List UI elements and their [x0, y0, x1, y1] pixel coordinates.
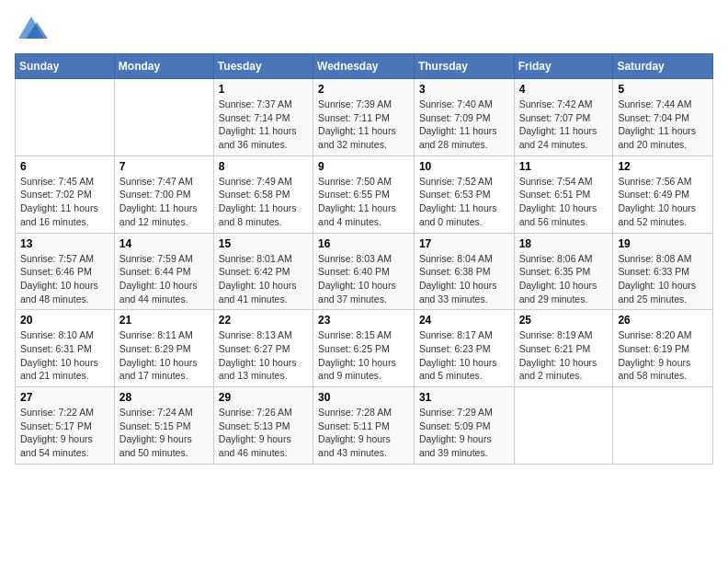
- day-of-week-header: Sunday: [16, 54, 115, 79]
- day-number: 30: [318, 391, 409, 404]
- calendar-header-row: SundayMondayTuesdayWednesdayThursdayFrid…: [16, 54, 713, 79]
- day-info: Sunrise: 7:39 AM Sunset: 7:11 PM Dayligh…: [318, 98, 409, 152]
- calendar-cell: 6Sunrise: 7:45 AM Sunset: 7:02 PM Daylig…: [16, 155, 115, 233]
- day-info: Sunrise: 8:20 AM Sunset: 6:19 PM Dayligh…: [618, 328, 708, 383]
- calendar-cell: 2Sunrise: 7:39 AM Sunset: 7:11 PM Daylig…: [313, 79, 415, 156]
- calendar-cell: [613, 387, 713, 465]
- calendar-cell: 10Sunrise: 7:52 AM Sunset: 6:53 PM Dayli…: [414, 155, 514, 233]
- calendar-cell: 8Sunrise: 7:49 AM Sunset: 6:58 PM Daylig…: [213, 155, 313, 233]
- day-number: 17: [419, 237, 509, 250]
- calendar-week-row: 27Sunrise: 7:22 AM Sunset: 5:17 PM Dayli…: [16, 387, 713, 465]
- day-info: Sunrise: 8:11 AM Sunset: 6:29 PM Dayligh…: [119, 328, 209, 383]
- day-info: Sunrise: 7:44 AM Sunset: 7:04 PM Dayligh…: [618, 98, 708, 152]
- day-info: Sunrise: 8:17 AM Sunset: 6:23 PM Dayligh…: [419, 328, 509, 383]
- day-info: Sunrise: 7:59 AM Sunset: 6:44 PM Dayligh…: [119, 252, 209, 306]
- logo-icon: [15, 13, 48, 46]
- calendar: SundayMondayTuesdayWednesdayThursdayFrid…: [15, 53, 713, 465]
- day-of-week-header: Tuesday: [213, 54, 313, 79]
- day-number: 11: [519, 160, 609, 173]
- day-info: Sunrise: 7:29 AM Sunset: 5:09 PM Dayligh…: [419, 406, 509, 460]
- calendar-cell: 21Sunrise: 8:11 AM Sunset: 6:29 PM Dayli…: [114, 310, 213, 387]
- page: SundayMondayTuesdayWednesdayThursdayFrid…: [0, 0, 728, 479]
- day-info: Sunrise: 8:01 AM Sunset: 6:42 PM Dayligh…: [219, 252, 308, 306]
- day-number: 3: [419, 83, 509, 96]
- day-info: Sunrise: 7:26 AM Sunset: 5:13 PM Dayligh…: [219, 406, 308, 460]
- header: [15, 9, 713, 46]
- day-number: 26: [618, 314, 708, 327]
- day-number: 1: [219, 83, 308, 96]
- day-number: 14: [119, 237, 209, 250]
- calendar-cell: 14Sunrise: 7:59 AM Sunset: 6:44 PM Dayli…: [114, 233, 213, 310]
- day-number: 29: [219, 391, 308, 404]
- day-info: Sunrise: 8:19 AM Sunset: 6:21 PM Dayligh…: [519, 328, 609, 383]
- calendar-week-row: 13Sunrise: 7:57 AM Sunset: 6:46 PM Dayli…: [16, 233, 713, 310]
- day-info: Sunrise: 8:10 AM Sunset: 6:31 PM Dayligh…: [20, 328, 109, 383]
- day-info: Sunrise: 7:28 AM Sunset: 5:11 PM Dayligh…: [318, 406, 409, 460]
- calendar-cell: 29Sunrise: 7:26 AM Sunset: 5:13 PM Dayli…: [213, 387, 313, 465]
- day-number: 5: [618, 83, 708, 96]
- calendar-cell: 1Sunrise: 7:37 AM Sunset: 7:14 PM Daylig…: [213, 79, 313, 156]
- day-info: Sunrise: 8:04 AM Sunset: 6:38 PM Dayligh…: [419, 252, 509, 306]
- day-of-week-header: Thursday: [414, 54, 514, 79]
- calendar-cell: [114, 79, 213, 156]
- calendar-cell: 24Sunrise: 8:17 AM Sunset: 6:23 PM Dayli…: [414, 310, 514, 387]
- day-number: 31: [419, 391, 509, 404]
- calendar-week-row: 20Sunrise: 8:10 AM Sunset: 6:31 PM Dayli…: [16, 310, 713, 387]
- day-number: 21: [119, 314, 209, 327]
- day-info: Sunrise: 8:13 AM Sunset: 6:27 PM Dayligh…: [219, 328, 308, 383]
- calendar-cell: 16Sunrise: 8:03 AM Sunset: 6:40 PM Dayli…: [313, 233, 415, 310]
- day-info: Sunrise: 7:22 AM Sunset: 5:17 PM Dayligh…: [20, 406, 109, 460]
- day-of-week-header: Friday: [514, 54, 613, 79]
- day-info: Sunrise: 7:45 AM Sunset: 7:02 PM Dayligh…: [20, 175, 109, 229]
- day-info: Sunrise: 7:54 AM Sunset: 6:51 PM Dayligh…: [519, 175, 609, 229]
- calendar-cell: 9Sunrise: 7:50 AM Sunset: 6:55 PM Daylig…: [313, 155, 415, 233]
- day-number: 23: [318, 314, 409, 327]
- day-of-week-header: Wednesday: [313, 54, 415, 79]
- calendar-cell: 28Sunrise: 7:24 AM Sunset: 5:15 PM Dayli…: [114, 387, 213, 465]
- day-number: 27: [20, 391, 109, 404]
- day-info: Sunrise: 8:08 AM Sunset: 6:33 PM Dayligh…: [618, 252, 708, 306]
- day-info: Sunrise: 7:42 AM Sunset: 7:07 PM Dayligh…: [519, 98, 609, 152]
- day-number: 24: [419, 314, 509, 327]
- day-info: Sunrise: 7:24 AM Sunset: 5:15 PM Dayligh…: [119, 406, 209, 460]
- day-number: 12: [618, 160, 708, 173]
- day-info: Sunrise: 7:49 AM Sunset: 6:58 PM Dayligh…: [219, 175, 308, 229]
- logo: [15, 13, 51, 46]
- day-number: 6: [20, 160, 109, 173]
- day-number: 13: [20, 237, 109, 250]
- calendar-cell: 12Sunrise: 7:56 AM Sunset: 6:49 PM Dayli…: [613, 155, 713, 233]
- day-number: 9: [318, 160, 409, 173]
- calendar-cell: 27Sunrise: 7:22 AM Sunset: 5:17 PM Dayli…: [16, 387, 115, 465]
- calendar-cell: 5Sunrise: 7:44 AM Sunset: 7:04 PM Daylig…: [613, 79, 713, 156]
- calendar-cell: 3Sunrise: 7:40 AM Sunset: 7:09 PM Daylig…: [414, 79, 514, 156]
- day-number: 22: [219, 314, 308, 327]
- day-info: Sunrise: 7:47 AM Sunset: 7:00 PM Dayligh…: [119, 175, 209, 229]
- day-info: Sunrise: 8:06 AM Sunset: 6:35 PM Dayligh…: [519, 252, 609, 306]
- day-info: Sunrise: 7:52 AM Sunset: 6:53 PM Dayligh…: [419, 175, 509, 229]
- day-number: 10: [419, 160, 509, 173]
- day-number: 16: [318, 237, 409, 250]
- day-number: 15: [219, 237, 308, 250]
- day-number: 4: [519, 83, 609, 96]
- day-number: 18: [519, 237, 609, 250]
- calendar-cell: 26Sunrise: 8:20 AM Sunset: 6:19 PM Dayli…: [613, 310, 713, 387]
- day-number: 20: [20, 314, 109, 327]
- day-info: Sunrise: 8:03 AM Sunset: 6:40 PM Dayligh…: [318, 252, 409, 306]
- day-info: Sunrise: 7:37 AM Sunset: 7:14 PM Dayligh…: [219, 98, 308, 152]
- day-info: Sunrise: 7:57 AM Sunset: 6:46 PM Dayligh…: [20, 252, 109, 306]
- calendar-cell: 4Sunrise: 7:42 AM Sunset: 7:07 PM Daylig…: [514, 79, 613, 156]
- day-of-week-header: Saturday: [613, 54, 713, 79]
- day-info: Sunrise: 7:56 AM Sunset: 6:49 PM Dayligh…: [618, 175, 708, 229]
- day-number: 2: [318, 83, 409, 96]
- calendar-week-row: 6Sunrise: 7:45 AM Sunset: 7:02 PM Daylig…: [16, 155, 713, 233]
- day-number: 25: [519, 314, 609, 327]
- calendar-cell: 13Sunrise: 7:57 AM Sunset: 6:46 PM Dayli…: [16, 233, 115, 310]
- day-number: 7: [119, 160, 209, 173]
- calendar-cell: 18Sunrise: 8:06 AM Sunset: 6:35 PM Dayli…: [514, 233, 613, 310]
- calendar-week-row: 1Sunrise: 7:37 AM Sunset: 7:14 PM Daylig…: [16, 79, 713, 156]
- calendar-cell: 7Sunrise: 7:47 AM Sunset: 7:00 PM Daylig…: [114, 155, 213, 233]
- calendar-cell: 15Sunrise: 8:01 AM Sunset: 6:42 PM Dayli…: [213, 233, 313, 310]
- calendar-cell: 30Sunrise: 7:28 AM Sunset: 5:11 PM Dayli…: [313, 387, 415, 465]
- calendar-cell: 22Sunrise: 8:13 AM Sunset: 6:27 PM Dayli…: [213, 310, 313, 387]
- calendar-cell: 20Sunrise: 8:10 AM Sunset: 6:31 PM Dayli…: [16, 310, 115, 387]
